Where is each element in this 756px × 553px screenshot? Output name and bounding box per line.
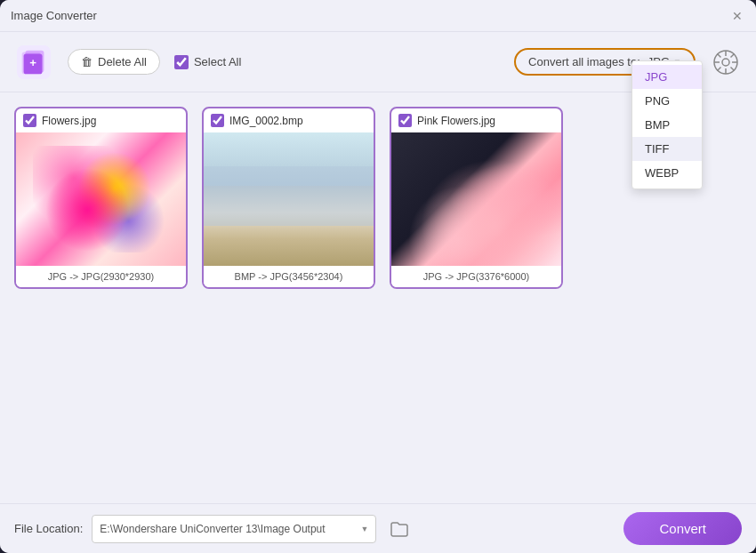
image-card-footer: JPG -> JPG(2930*2930) — [16, 266, 186, 287]
convert-button[interactable]: Convert — [623, 512, 742, 545]
image-card-name: IMG_0002.bmp — [229, 115, 303, 127]
format-option-webp[interactable]: WEBP — [632, 161, 702, 185]
svg-line-14 — [718, 67, 721, 70]
delete-all-button[interactable]: 🗑 Delete All — [68, 49, 160, 75]
window-title: Image Converter — [11, 9, 97, 22]
svg-point-6 — [722, 59, 729, 66]
image-card-checkbox[interactable] — [398, 114, 412, 127]
image-card: Pink Flowers.jpg JPG -> JPG(3376*6000) — [390, 107, 563, 289]
format-option-jpg[interactable]: JPG — [632, 65, 702, 89]
format-dropdown: JPG PNG BMP TIFF WEBP — [631, 60, 703, 189]
image-card: Flowers.jpg JPG -> JPG(2930*2930) — [14, 107, 188, 289]
image-card-header: Pink Flowers.jpg — [391, 108, 561, 132]
title-bar: Image Converter ✕ — [0, 0, 756, 32]
bottom-bar: File Location: E:\Wondershare UniConvert… — [0, 503, 756, 553]
app-window: Image Converter ✕ + 🗑 Delete All Select … — [0, 0, 756, 553]
svg-line-11 — [718, 53, 721, 57]
image-card-checkbox[interactable] — [211, 114, 224, 127]
image-card: IMG_0002.bmp BMP -> JPG(3456*2304) — [202, 107, 375, 289]
format-option-bmp[interactable]: BMP — [632, 113, 702, 137]
image-card-header: Flowers.jpg — [16, 108, 186, 132]
file-location-select[interactable]: E:\Wondershare UniConverter 13\Image Out… — [100, 523, 368, 535]
close-button[interactable]: ✕ — [729, 8, 745, 24]
image-card-name: Flowers.jpg — [42, 115, 96, 127]
image-thumbnail-river — [204, 132, 374, 266]
browse-folder-button[interactable] — [385, 515, 414, 543]
image-card-header: IMG_0002.bmp — [204, 108, 374, 132]
format-option-tiff[interactable]: TIFF — [632, 137, 702, 161]
format-option-png[interactable]: PNG — [632, 89, 702, 113]
add-image-button[interactable]: + — [14, 43, 53, 82]
settings-button[interactable] — [710, 46, 742, 78]
image-thumbnail-pinkflowers — [391, 132, 561, 266]
select-all-container[interactable]: Select All — [174, 55, 241, 69]
image-card-name: Pink Flowers.jpg — [417, 115, 495, 127]
file-location-label: File Location: — [14, 522, 83, 535]
file-location-input[interactable]: E:\Wondershare UniConverter 13\Image Out… — [92, 515, 376, 543]
delete-all-label: Delete All — [98, 55, 147, 68]
svg-text:+: + — [29, 55, 36, 68]
trash-icon: 🗑 — [81, 55, 92, 68]
image-card-footer: BMP -> JPG(3456*2304) — [204, 266, 374, 287]
svg-line-13 — [731, 53, 735, 57]
image-thumbnail-flowers — [16, 132, 186, 266]
svg-line-12 — [731, 67, 735, 70]
convert-all-label: Convert all images to: — [528, 55, 640, 68]
image-card-checkbox[interactable] — [23, 114, 36, 127]
image-card-footer: JPG -> JPG(3376*6000) — [391, 266, 561, 287]
select-all-checkbox[interactable] — [174, 55, 189, 69]
select-all-label: Select All — [194, 55, 241, 68]
